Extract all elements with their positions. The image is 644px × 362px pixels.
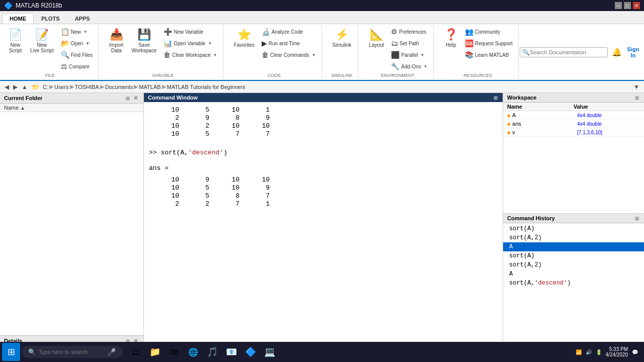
history-item-0[interactable]: sort(A) [503, 224, 644, 233]
analyze-code-button[interactable]: 🔬 Analyze Code [259, 26, 318, 37]
breadcrumb-c[interactable]: C: [43, 84, 48, 90]
new-script-button[interactable]: 📄 NewScript [5, 26, 26, 55]
file-small-buttons: 📋 New ▼ 📂 Open ▼ 🔍 Find Files ⚖ Compare [58, 26, 95, 72]
history-item-6[interactable]: sort(A,'descend') [503, 279, 644, 288]
history-item-5[interactable]: A [503, 269, 644, 279]
open-button[interactable]: 📂 Open ▼ [58, 38, 95, 49]
workspace-undock-button[interactable]: ⊞ [634, 95, 640, 101]
breadcrumb-toshiba[interactable]: TOSHIBA [75, 84, 99, 90]
import-data-button[interactable]: 📥 ImportData [106, 26, 127, 55]
content-area: Current Folder ⊞ ✕ Name ▲ Details ⊞ ✕ [0, 93, 644, 362]
preferences-icon: ⚙ [391, 28, 397, 36]
new-live-script-button[interactable]: 📝 NewLive Script [27, 26, 57, 55]
nav-buttons: ◀ ▶ ▲ 📁 [3, 83, 41, 91]
tab-home[interactable]: HOME [2, 13, 34, 24]
taskbar-matlab-icon[interactable]: 🔷 [242, 343, 260, 361]
taskbar-battery-icon[interactable]: 🔋 [596, 349, 602, 355]
taskbar-wifi-icon[interactable]: 📶 [576, 349, 582, 355]
taskbar-clock[interactable]: 5:33 PM 4/24/2020 [606, 346, 628, 357]
favorites-button[interactable]: ⭐ Favorites [230, 26, 258, 50]
help-label: Help [446, 42, 456, 48]
new-button[interactable]: 📋 New ▼ [58, 26, 95, 37]
taskbar-spotify-icon[interactable]: 🎵 [203, 343, 221, 361]
search-box[interactable]: 🔍 [520, 47, 608, 57]
taskbar-mail-icon[interactable]: 📧 [222, 343, 240, 361]
start-button[interactable]: ⊞ [2, 343, 20, 361]
help-icon: ❓ [444, 28, 458, 41]
notification-center-icon[interactable]: 💬 [632, 349, 638, 355]
taskbar-search-input[interactable] [39, 349, 104, 355]
analyze-code-icon: 🔬 [262, 28, 270, 36]
history-item-4[interactable]: sort(A,2) [503, 260, 644, 269]
ws-col-value-header: Value [574, 104, 640, 110]
clear-workspace-button[interactable]: 🗑 Clear Workspace ▼ [161, 49, 219, 60]
history-item-1[interactable]: sort(A,2) [503, 233, 644, 242]
history-label: Command History [507, 215, 555, 221]
microphone-icon[interactable]: 🎤 [107, 348, 116, 356]
new-dropdown-arrow: ▼ [84, 30, 88, 34]
parallel-button[interactable]: ⬛ Parallel ▼ [388, 49, 430, 60]
breadcrumb-users[interactable]: Users [54, 84, 69, 90]
back-button[interactable]: ◀ [3, 83, 11, 91]
notification-icon[interactable]: 🔔 [612, 47, 622, 57]
ws-row-ans[interactable]: ■ ans 4x4 double [503, 120, 644, 128]
learn-matlab-button[interactable]: 📚 Learn MATLAB [462, 49, 515, 60]
search-input[interactable] [530, 49, 605, 55]
close-button[interactable]: ✕ [633, 2, 640, 9]
address-expand-button[interactable]: ▼ [632, 83, 641, 91]
preferences-button[interactable]: ⚙ Preferences [388, 26, 430, 37]
simulink-button[interactable]: ⚡ Simulink [329, 26, 355, 50]
request-support-button[interactable]: 🆘 Request Support [462, 38, 515, 49]
help-button[interactable]: ❓ Help [441, 26, 461, 50]
history-item-2[interactable]: A [503, 242, 644, 251]
folder-col-name[interactable]: Name ▲ [4, 105, 139, 111]
ws-row-A[interactable]: ■ A 4x4 double [503, 111, 644, 120]
taskbar-folder-icon[interactable]: 📁 [146, 343, 164, 361]
breadcrumb-tutorials[interactable]: MATLAB Tutorials for Beginners [167, 84, 246, 90]
open-icon: 📂 [61, 39, 69, 47]
layout-button[interactable]: 📐 Layout [365, 26, 387, 50]
taskbar-vm-icon[interactable]: 💻 [261, 343, 279, 361]
history-item-3[interactable]: sort(A) [503, 251, 644, 260]
command-window-controls: ⊞ [493, 95, 499, 101]
cmd-function1: sort(A, [160, 149, 188, 156]
request-support-icon: 🆘 [465, 39, 473, 47]
folder-close-button[interactable]: ✕ [132, 95, 139, 102]
community-icon: 👥 [465, 28, 473, 36]
new-variable-button[interactable]: ➕ New Variable [161, 26, 219, 37]
compare-button[interactable]: ⚖ Compare [58, 61, 95, 72]
breadcrumb-documents[interactable]: Documents [105, 84, 133, 90]
set-path-button[interactable]: 🗂 Set Path [388, 38, 430, 49]
browse-button[interactable]: 📁 [30, 83, 41, 91]
ws-col-name-header: Name [507, 104, 574, 110]
run-and-time-button[interactable]: ▶ Run and Time [259, 38, 318, 49]
forward-button[interactable]: ▶ [12, 83, 19, 91]
tab-plots[interactable]: PLOTS [34, 13, 67, 24]
folder-undock-button[interactable]: ⊞ [125, 96, 131, 101]
ws-row-v[interactable]: ■ v [7,1,3,6,10] [503, 128, 644, 137]
folder-panel: Current Folder ⊞ ✕ Name ▲ Details ⊞ ✕ [0, 93, 144, 362]
minimize-button[interactable]: ─ [615, 2, 622, 9]
save-workspace-icon: 💾 [137, 28, 151, 41]
taskbar-app-icons: 🗂 📁 🛍 🌐 🎵 📧 🔷 💻 [127, 343, 279, 361]
clear-commands-button[interactable]: 🗑 Clear Commands ▼ [259, 49, 318, 60]
open-variable-button[interactable]: 📊 Open Variable ▼ [161, 38, 219, 49]
add-ons-button[interactable]: 🔧 Add-Ons ▼ [388, 61, 430, 72]
up-button[interactable]: ▲ [20, 83, 29, 91]
taskbar-search[interactable]: 🔍 🎤 [22, 346, 123, 358]
tab-apps[interactable]: APPS [67, 13, 98, 24]
community-button[interactable]: 👥 Community [462, 26, 515, 37]
workspace-panel: Workspace ⊞ Name Value ■ A 4x4 double [503, 93, 644, 214]
history-undock-button[interactable]: ⊞ [634, 216, 640, 221]
taskbar-explorer-icon[interactable]: 🗂 [127, 343, 145, 361]
taskbar-chrome-icon[interactable]: 🌐 [184, 343, 202, 361]
sign-in-button[interactable]: Sign In [626, 46, 640, 58]
command-content[interactable]: 10 5 10 1 2 9 8 9 10 2 10 [144, 102, 503, 362]
cmd-undock-button[interactable]: ⊞ [493, 95, 499, 101]
maximize-button[interactable]: □ [624, 2, 631, 9]
find-files-button[interactable]: 🔍 Find Files [58, 49, 95, 60]
taskbar-store-icon[interactable]: 🛍 [165, 343, 183, 361]
taskbar-volume-icon[interactable]: 🔊 [586, 349, 592, 355]
save-workspace-button[interactable]: 💾 SaveWorkspace [128, 26, 160, 55]
breadcrumb-matlab[interactable]: MATLAB [139, 84, 160, 90]
